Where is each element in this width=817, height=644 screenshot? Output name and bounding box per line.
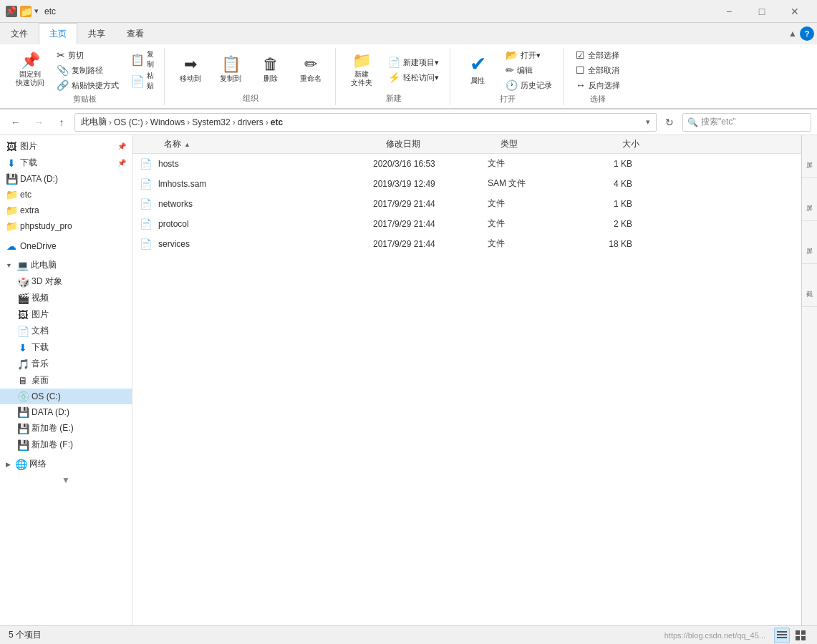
ribbon-collapse-button[interactable]: ▲: [785, 26, 800, 41]
col-header-type[interactable]: 类型: [495, 135, 588, 154]
sidebar-label-desktop: 桌面: [32, 374, 126, 386]
folder-icon: 📁: [20, 6, 32, 17]
file-name: protocol: [158, 219, 373, 229]
sidebar-item-etc[interactable]: 📁 etc: [0, 187, 132, 203]
copy-label: 复制: [146, 49, 155, 69]
refresh-button[interactable]: ↻: [659, 112, 680, 132]
invertselect-button[interactable]: ↔ 反向选择: [571, 78, 625, 92]
paste-button[interactable]: 📄 粘贴: [127, 71, 158, 91]
tab-view[interactable]: 查看: [116, 23, 155, 44]
sidebar-item-docs[interactable]: 📄 文档: [0, 323, 132, 339]
history-label: 历史记录: [521, 80, 552, 91]
pasteshortcut-button[interactable]: 🔗 粘贴快捷方式: [52, 78, 124, 92]
up-button[interactable]: ↑: [52, 112, 72, 132]
newfolder-button[interactable]: 📁 新建文件夹: [343, 49, 380, 91]
file-size: 18 KB: [581, 239, 638, 249]
edit-button[interactable]: ✏ 编辑: [501, 63, 557, 77]
history-button[interactable]: 🕐 历史记录: [501, 78, 557, 92]
pin-to-quickaccess-button[interactable]: 📌 固定到快速访问: [11, 49, 49, 91]
sidebar-item-newe[interactable]: 💾 新加卷 (E:): [0, 420, 132, 436]
path-sep-3: ›: [187, 117, 190, 127]
delete-icon: 🗑: [263, 57, 279, 72]
paste-icon: 📄: [130, 74, 145, 88]
sidebar-item-download2[interactable]: ⬇ 下载: [0, 339, 132, 356]
col-header-name[interactable]: 名称 ▲: [158, 135, 380, 154]
close-button[interactable]: ✕: [778, 0, 811, 23]
sidebar-item-pictures2[interactable]: 🖼 图片: [0, 306, 132, 323]
clipboard-col: ✂ 剪切 📎 复制路径 🔗 粘贴快捷方式: [52, 48, 124, 92]
openfile-button[interactable]: 📂 打开▾: [501, 48, 557, 62]
delete-button[interactable]: 🗑 删除: [252, 49, 289, 91]
selectall-label: 全部选择: [588, 50, 619, 61]
tab-share[interactable]: 共享: [77, 23, 116, 44]
moveto-button[interactable]: ➡ 移动到: [172, 49, 209, 91]
table-row[interactable]: 📄 networks 2017/9/29 21:44 文件 1 KB: [132, 194, 817, 214]
address-path[interactable]: 此电脑 › OS (C:) › Windows › System32 › dri…: [74, 113, 657, 132]
sidebar-item-3d[interactable]: 🎲 3D 对象: [0, 273, 132, 290]
tab-home[interactable]: 主页: [39, 23, 77, 44]
sidebar-item-datad[interactable]: 💾 DATA (D:): [0, 171, 132, 187]
moveto-icon: ➡: [184, 57, 197, 72]
sidebar-item-newf[interactable]: 💾 新加卷 (F:): [0, 436, 132, 453]
path-sep-1: ›: [109, 117, 112, 127]
sidebar-item-thispc[interactable]: ▼ 💻 此电脑: [0, 257, 132, 273]
forward-button[interactable]: →: [29, 112, 49, 132]
sidebar-item-extra[interactable]: 📁 extra: [0, 203, 132, 218]
sidebar-item-music[interactable]: 🎵 音乐: [0, 356, 132, 372]
large-icons-view-button[interactable]: [793, 628, 808, 643]
search-placeholder: 搜索"etc": [701, 116, 736, 128]
sidebar-item-datad2[interactable]: 💾 DATA (D:): [0, 404, 132, 420]
maximize-button[interactable]: □: [745, 0, 778, 23]
copyto-icon: 📋: [221, 57, 241, 72]
sidebar-item-phpstudy[interactable]: 📁 phpstudy_pro: [0, 218, 132, 234]
sidebar-item-video[interactable]: 🎬 视频: [0, 290, 132, 306]
properties-button[interactable]: ✔ 属性: [458, 49, 498, 91]
col-header-size[interactable]: 大小: [588, 135, 645, 154]
new-label: 新建: [386, 92, 402, 105]
details-view-button[interactable]: [774, 628, 790, 643]
svg-rect-2: [777, 637, 787, 638]
copypath-button[interactable]: 📎 复制路径: [52, 63, 124, 77]
item-count: 5 个项目: [9, 629, 42, 641]
address-bar: ← → ↑ 此电脑 › OS (C:) › Windows › System32…: [0, 109, 817, 135]
sidebar-item-network[interactable]: ▶ 🌐 网络: [0, 456, 132, 472]
copyto-button[interactable]: 📋 复制到: [212, 49, 249, 91]
back-button[interactable]: ←: [6, 112, 26, 132]
right-panel-item-1[interactable]: 屏: [802, 135, 817, 178]
rename-button[interactable]: ✏ 重命名: [292, 49, 329, 91]
easyaccess-button[interactable]: ⚡ 轻松访问▾: [383, 70, 444, 84]
right-panel-item-2[interactable]: 屏: [802, 178, 817, 221]
sidebar-item-download[interactable]: ⬇ 下载 📌: [0, 155, 132, 171]
tab-file[interactable]: 文件: [0, 23, 39, 44]
phpstudy-icon: 📁: [6, 220, 17, 232]
sidebar-label-thispc: 此电脑: [31, 259, 126, 271]
search-box[interactable]: 🔍 搜索"etc": [682, 113, 811, 132]
path-part-system32: System32: [192, 117, 230, 127]
right-panel-item-4[interactable]: 截: [802, 264, 817, 307]
table-row[interactable]: 📄 services 2017/9/29 21:44 文件 18 KB: [132, 234, 817, 254]
sidebar-item-desktop[interactable]: 🖥 桌面: [0, 372, 132, 389]
invertselect-label: 反向选择: [589, 80, 620, 91]
right-panel-item-3[interactable]: 屏: [802, 221, 817, 264]
table-row[interactable]: 📄 hosts 2020/3/16 16:53 文件 1 KB: [132, 154, 817, 174]
desktop-icon: 🖥: [17, 375, 29, 386]
cut-button[interactable]: ✂ 剪切: [52, 48, 124, 62]
sidebar-item-pictures[interactable]: 🖼 图片 📌: [0, 138, 132, 155]
minimize-button[interactable]: −: [712, 0, 745, 23]
help-button[interactable]: ?: [800, 26, 814, 41]
selectall-button[interactable]: ☑ 全部选择: [571, 48, 625, 62]
title-bar: 📌 📁 ▾ etc − □ ✕: [0, 0, 817, 23]
table-row[interactable]: 📄 protocol 2017/9/29 21:44 文件 2 KB: [132, 214, 817, 234]
path-part-windows: Windows: [150, 117, 185, 127]
search-icon: 🔍: [687, 117, 698, 127]
newitem-button[interactable]: 📄 新建项目▾: [383, 55, 444, 69]
file-size: 1 KB: [581, 199, 638, 209]
col-header-date[interactable]: 修改日期: [380, 135, 495, 154]
copy-button[interactable]: 📋 复制: [127, 49, 158, 69]
selectnone-button[interactable]: ☐ 全部取消: [571, 63, 625, 77]
sidebar-item-osc[interactable]: 💿 OS (C:): [0, 389, 132, 404]
watermark: https://blog.csdn.net/qq_45...: [664, 631, 765, 640]
sidebar-item-onedrive[interactable]: ☁ OneDrive: [0, 238, 132, 254]
dropdown-arrow: ▾: [646, 117, 650, 127]
table-row[interactable]: 📄 lmhosts.sam 2019/3/19 12:49 SAM 文件 4 K…: [132, 174, 817, 194]
